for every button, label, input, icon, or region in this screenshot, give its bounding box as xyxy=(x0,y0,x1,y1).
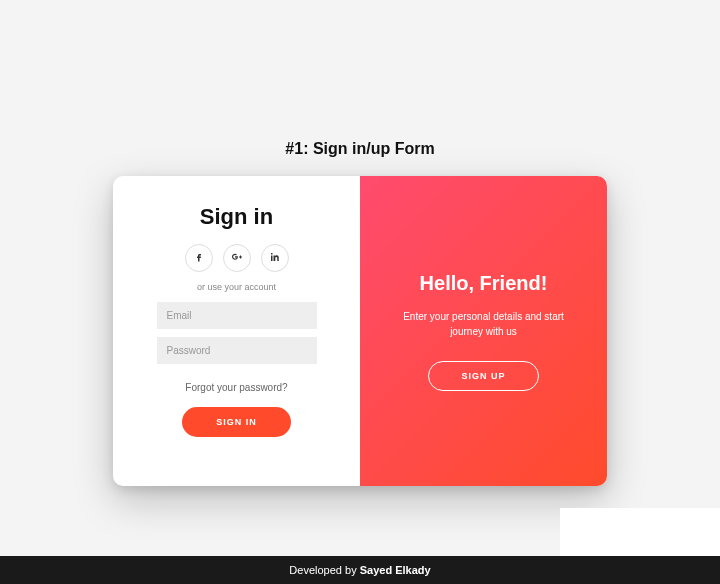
google-plus-button[interactable] xyxy=(223,244,251,272)
signin-hint: or use your account xyxy=(197,282,276,292)
signin-button[interactable]: Sign In xyxy=(182,407,291,437)
signin-panel: Sign in or use your account Forgot your xyxy=(113,176,360,486)
overlay-title: Hello, Friend! xyxy=(420,272,548,295)
overlay-panel: Hello, Friend! Enter your personal detai… xyxy=(360,176,607,486)
linkedin-icon xyxy=(269,251,281,265)
google-plus-icon xyxy=(231,251,243,265)
facebook-button[interactable] xyxy=(185,244,213,272)
forgot-password-link[interactable]: Forgot your password? xyxy=(185,382,287,393)
footer-author: Sayed Elkady xyxy=(360,564,431,576)
social-row xyxy=(185,244,289,272)
footer-prefix: Developed by xyxy=(289,564,359,576)
overlay-text: Enter your personal details and start jo… xyxy=(388,309,579,339)
linkedin-button[interactable] xyxy=(261,244,289,272)
email-field[interactable] xyxy=(157,302,317,329)
footer: Developed by Sayed Elkady xyxy=(0,556,720,584)
auth-card: Sign in or use your account Forgot your xyxy=(113,176,607,486)
password-field[interactable] xyxy=(157,337,317,364)
facebook-icon xyxy=(193,251,205,265)
page-title: #1: Sign in/up Form xyxy=(0,0,720,176)
signin-title: Sign in xyxy=(200,204,273,230)
signup-button[interactable]: Sign Up xyxy=(428,361,538,391)
decorative-box xyxy=(560,508,720,560)
